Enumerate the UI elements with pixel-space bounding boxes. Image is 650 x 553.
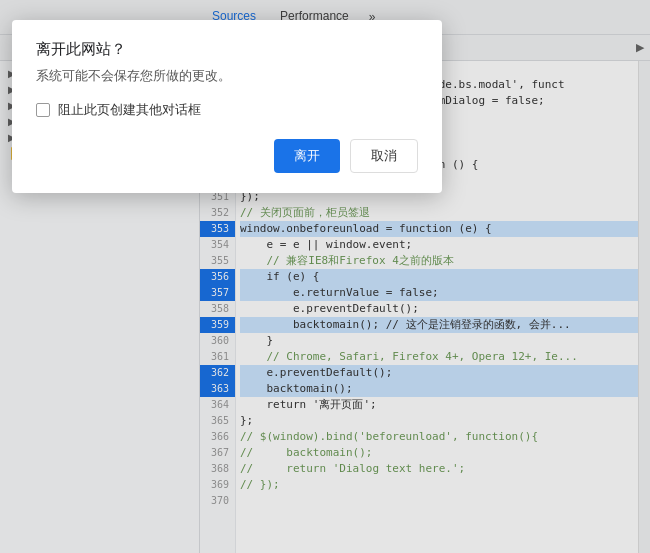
dialog-checkbox[interactable] bbox=[36, 103, 50, 117]
dialog-title: 离开此网站？ bbox=[36, 40, 418, 59]
dialog-buttons: 离开 取消 bbox=[36, 139, 418, 173]
dialog-leave-button[interactable]: 离开 bbox=[274, 139, 340, 173]
dialog-overlay: 离开此网站？ 系统可能不会保存您所做的更改。 阻止此页创建其他对话框 离开 取消 bbox=[0, 0, 650, 553]
dialog-checkbox-label: 阻止此页创建其他对话框 bbox=[58, 101, 201, 119]
dialog-checkbox-row: 阻止此页创建其他对话框 bbox=[36, 101, 418, 119]
dialog-box: 离开此网站？ 系统可能不会保存您所做的更改。 阻止此页创建其他对话框 离开 取消 bbox=[12, 20, 442, 193]
dialog-cancel-button[interactable]: 取消 bbox=[350, 139, 418, 173]
dialog-message: 系统可能不会保存您所做的更改。 bbox=[36, 67, 418, 85]
